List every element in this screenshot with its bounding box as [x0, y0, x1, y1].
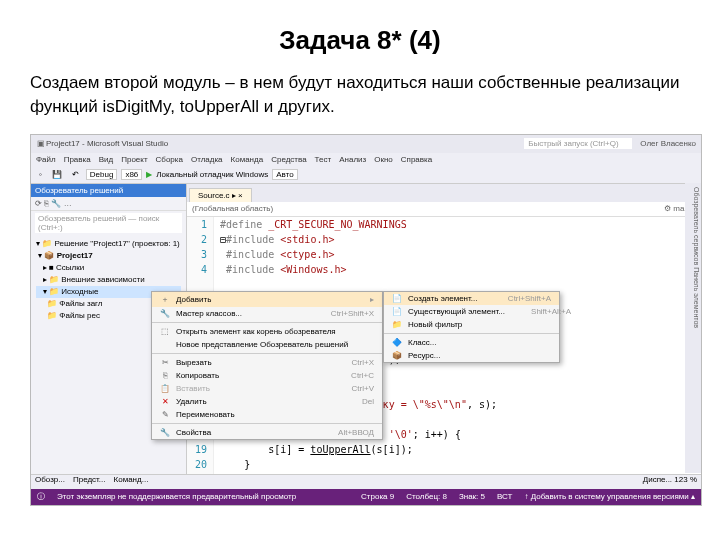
submenu-new-item[interactable]: 📄Создать элемент...Ctrl+Shift+A: [384, 292, 559, 305]
explorer-toolbar[interactable]: ⟳ ⎘ 🔧 …: [31, 197, 186, 211]
menu-copy[interactable]: ⎘КопироватьCtrl+C: [152, 369, 382, 382]
copy-icon: ⎘: [160, 371, 170, 380]
auto-select[interactable]: Авто: [272, 169, 297, 180]
add-submenu: 📄Создать элемент...Ctrl+Shift+A 📄Существ…: [383, 291, 560, 363]
zoom-label[interactable]: Диспе... 123 %: [643, 475, 697, 489]
menu-add[interactable]: ＋Добавить▸: [152, 292, 382, 307]
tree-project[interactable]: ▾ 📦 Project17: [36, 250, 181, 262]
tree-refs[interactable]: ▸ ■ Ссылки: [36, 262, 181, 274]
status-info-icon: ⓘ: [37, 491, 45, 502]
slide-title: Задача 8* (4): [30, 25, 690, 56]
editor-tab[interactable]: Source.c ▸ ×: [189, 188, 252, 202]
tab-view[interactable]: Предст...: [73, 475, 106, 489]
cut-icon: ✂: [160, 358, 170, 367]
run-icon[interactable]: ▶: [146, 170, 152, 179]
menu-new-view[interactable]: Новое представление Обозреватель решений: [152, 338, 382, 351]
menu-open-root[interactable]: ⬚Открыть элемент как корень обозревателя: [152, 325, 382, 338]
resource-icon: 📦: [392, 351, 402, 360]
platform-select[interactable]: x86: [121, 169, 142, 180]
new-item-icon: 📄: [392, 294, 402, 303]
menu-team[interactable]: Команда: [231, 155, 264, 164]
menu-debug[interactable]: Отладка: [191, 155, 223, 164]
menu-help[interactable]: Справка: [401, 155, 432, 164]
menu-delete[interactable]: ✕УдалитьDel: [152, 395, 382, 408]
menu-paste[interactable]: 📋ВставитьCtrl+V: [152, 382, 382, 395]
add-icon: ＋: [160, 294, 170, 305]
status-vcs[interactable]: ↑ Добавить в систему управления версиями…: [524, 492, 695, 501]
menu-cut[interactable]: ✂ВырезатьCtrl+X: [152, 356, 382, 369]
explorer-title: Обозреватель решений: [31, 184, 186, 197]
menu-file[interactable]: Файл: [36, 155, 56, 164]
delete-icon: ✕: [160, 397, 170, 406]
menu-build[interactable]: Сборка: [156, 155, 183, 164]
status-ins: ВСТ: [497, 492, 512, 501]
filter-icon: 📁: [392, 320, 402, 329]
vs-icon: ▣: [36, 139, 46, 148]
wizard-icon: 🔧: [160, 309, 170, 318]
undo-icon[interactable]: ↶: [69, 169, 82, 180]
menu-edit[interactable]: Правка: [64, 155, 91, 164]
menu-project[interactable]: Проект: [121, 155, 147, 164]
rename-icon: ✎: [160, 410, 170, 419]
ide-screenshot: ▣ Project17 - Microsoft Visual Studio Бы…: [30, 134, 702, 506]
menu-rename[interactable]: ✎Переименовать: [152, 408, 382, 421]
toolbar: ◦ 💾 ↶ Debug x86 ▶ Локальный отладчик Win…: [31, 167, 701, 184]
window-titlebar: ▣ Project17 - Microsoft Visual Studio Бы…: [31, 135, 701, 153]
run-label[interactable]: Локальный отладчик Windows: [156, 170, 268, 179]
submenu-new-filter[interactable]: 📁Новый фильтр: [384, 318, 559, 331]
status-col: Столбец: 8: [406, 492, 447, 501]
menu-window[interactable]: Окно: [374, 155, 393, 164]
status-bar: ⓘ Этот экземпляр не поддерживается предв…: [31, 489, 701, 505]
scope-icon: ⬚: [160, 327, 170, 336]
tree-ext[interactable]: ▸ 📁 Внешние зависимости: [36, 274, 181, 286]
submenu-resource[interactable]: 📦Ресурс...: [384, 349, 559, 362]
nav-scope[interactable]: (Глобальная область): [192, 204, 273, 213]
window-title: Project17 - Microsoft Visual Studio: [46, 139, 168, 148]
quick-launch-input[interactable]: Быстрый запуск (Ctrl+Q): [524, 138, 632, 149]
tab-explorer[interactable]: Обозр...: [35, 475, 65, 489]
save-icon[interactable]: 💾: [49, 169, 65, 180]
menu-class-wizard[interactable]: 🔧Мастер классов...Ctrl+Shift+X: [152, 307, 382, 320]
menu-view[interactable]: Вид: [99, 155, 113, 164]
menu-analyze[interactable]: Анализ: [339, 155, 366, 164]
config-select[interactable]: Debug: [86, 169, 118, 180]
slide-description: Создаем второй модуль – в нем будут нахо…: [30, 71, 690, 119]
tab-team[interactable]: Команд...: [114, 475, 149, 489]
status-char: Знак: 5: [459, 492, 485, 501]
status-line: Строка 9: [361, 492, 394, 501]
submenu-existing-item[interactable]: 📄Существующий элемент...Shift+Alt+A: [384, 305, 559, 318]
tree-solution[interactable]: ▾ 📁 Решение "Project17" (проектов: 1): [36, 238, 181, 250]
user-badge[interactable]: Олег Власенко: [640, 139, 696, 148]
props-icon: 🔧: [160, 428, 170, 437]
existing-icon: 📄: [392, 307, 402, 316]
menu-test[interactable]: Тест: [315, 155, 332, 164]
menu-properties[interactable]: 🔧СвойстваAlt+ВВОД: [152, 426, 382, 439]
explorer-search[interactable]: Обозреватель решений — поиск (Ctrl+:): [35, 213, 182, 233]
class-icon: 🔷: [392, 338, 402, 347]
bottom-tabs: Обозр... Предст... Команд... Диспе... 12…: [31, 474, 701, 489]
context-menu: ＋Добавить▸ 🔧Мастер классов...Ctrl+Shift+…: [151, 291, 383, 440]
status-message: Этот экземпляр не поддерживается предвар…: [57, 492, 296, 501]
submenu-class[interactable]: 🔷Класс...: [384, 336, 559, 349]
side-panel-tabs[interactable]: Обозреватель сервисов Панель элементов: [685, 183, 701, 473]
nav-back-icon[interactable]: ◦: [36, 169, 45, 180]
paste-icon: 📋: [160, 384, 170, 393]
menu-tools[interactable]: Средства: [271, 155, 306, 164]
menu-bar: Файл Правка Вид Проект Сборка Отладка Ко…: [31, 153, 701, 167]
